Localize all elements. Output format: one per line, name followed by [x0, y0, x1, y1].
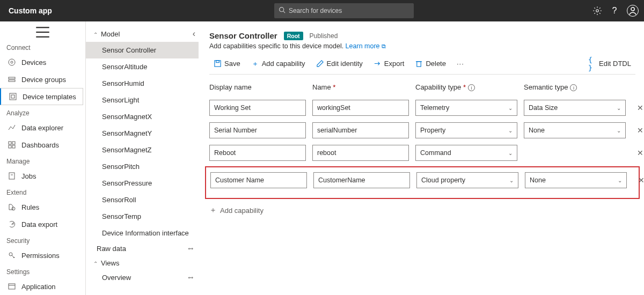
delete-row-button[interactable]: ✕	[633, 176, 644, 185]
published-status: Published	[310, 32, 338, 40]
save-icon	[214, 60, 222, 68]
edit-dtdl-button[interactable]: { }Edit DTDL	[584, 57, 635, 70]
more-button[interactable]: ···	[452, 57, 469, 70]
svg-point-2	[596, 10, 599, 12]
name-input[interactable]	[313, 172, 410, 188]
capability-type-select[interactable]: Telemetry⌄	[415, 100, 517, 116]
main-content: Sensor Controller Root Published Add cap…	[199, 21, 644, 295]
tree-item[interactable]: SensorAltitude	[86, 58, 199, 75]
capability-type-select[interactable]: Cloud property⌄	[416, 172, 518, 188]
name-input[interactable]	[312, 145, 409, 161]
nav-jobs[interactable]: Jobs	[0, 167, 85, 185]
tree-section-views[interactable]: ⌃Views	[86, 256, 199, 270]
nav-data-export[interactable]: Data export	[0, 216, 85, 233]
nav-label: Devices	[21, 58, 46, 67]
tree-item[interactable]: SensorRoll	[86, 191, 199, 208]
svg-point-3	[631, 8, 634, 11]
tree-label: Model	[101, 30, 120, 38]
info-icon[interactable]: i	[468, 84, 475, 91]
nav-label: Permissions	[21, 252, 60, 260]
semantic-type-select[interactable]: Data Size⌄	[524, 100, 626, 116]
tree-overview[interactable]: Overview ⤢	[86, 270, 199, 285]
svg-rect-17	[9, 173, 14, 179]
semantic-type-select[interactable]: None⌄	[525, 172, 627, 188]
learn-more-link[interactable]: Learn more ⧉	[346, 42, 386, 50]
plus-icon: ＋	[209, 205, 217, 215]
capability-type-select[interactable]: Property⌄	[415, 122, 517, 138]
delete-row-button[interactable]: ✕	[632, 104, 644, 112]
edit-identity-button[interactable]: Edit identity	[312, 57, 367, 70]
nav-data-explorer[interactable]: Data explorer	[0, 119, 85, 136]
delete-row-button[interactable]: ✕	[632, 126, 644, 135]
plus-icon: ＋	[251, 60, 259, 68]
nav-rules[interactable]: Rules	[0, 198, 85, 216]
display-name-input[interactable]	[209, 145, 306, 161]
capability-type-select[interactable]: Command⌄	[415, 145, 517, 161]
info-icon[interactable]: i	[570, 84, 577, 91]
svg-rect-10	[9, 80, 15, 82]
tree-item[interactable]: SensorHumid	[86, 75, 199, 92]
display-name-input[interactable]	[209, 122, 306, 138]
display-name-input[interactable]	[210, 172, 307, 188]
tree-item[interactable]: SensorMagnetX	[86, 108, 199, 125]
add-capability-button[interactable]: ＋Add capability	[247, 57, 310, 70]
col-semantic-type: Semantic typei	[524, 83, 626, 91]
svg-rect-11	[10, 93, 16, 100]
delete-button[interactable]: Delete	[411, 57, 450, 70]
tree-item[interactable]: SensorPressure	[86, 175, 199, 191]
display-name-input[interactable]	[209, 100, 306, 116]
name-input[interactable]	[312, 122, 409, 138]
svg-point-0	[280, 8, 284, 12]
tree-item[interactable]: SensorLight	[86, 92, 199, 108]
capability-row: Command⌄✕⌄	[209, 142, 635, 164]
chevron-down-icon: ⌄	[508, 150, 513, 156]
tree-section-model[interactable]: ⌃Model ‹	[86, 26, 199, 42]
nav-permissions[interactable]: Permissions	[0, 247, 85, 264]
application-icon	[8, 282, 16, 291]
external-link-icon: ⧉	[382, 43, 386, 49]
tree-label: Overview	[102, 274, 131, 282]
nav-section-manage: Manage	[0, 153, 85, 167]
tree-item[interactable]: Sensor Controller	[86, 42, 199, 58]
save-button[interactable]: Save	[209, 57, 245, 70]
tree-item[interactable]: SensorPitch	[86, 158, 199, 175]
devices-icon	[8, 58, 16, 67]
highlighted-row-box: Cloud property⌄None⌄✕⌄	[205, 166, 640, 199]
hamburger-icon[interactable]	[0, 25, 85, 40]
settings-icon[interactable]	[592, 6, 602, 16]
capability-row: Property⌄None⌄✕⌄	[209, 119, 635, 142]
delete-row-button[interactable]: ✕	[632, 149, 644, 157]
semantic-type-select[interactable]: None⌄	[524, 122, 626, 138]
svg-rect-25	[417, 62, 421, 67]
account-icon[interactable]	[627, 5, 639, 17]
export-button[interactable]: Export	[369, 57, 409, 70]
tree-raw-data[interactable]: Raw data ⤢	[86, 241, 199, 256]
nav-label: Rules	[21, 203, 39, 211]
nav-application[interactable]: Application	[0, 278, 85, 295]
svg-rect-16	[12, 145, 15, 148]
tree-item[interactable]: SensorMagnetY	[86, 125, 199, 142]
tree-item[interactable]: SensorTemp	[86, 208, 199, 225]
nav-label: Device groups	[21, 76, 66, 84]
nav-dashboards[interactable]: Dashboards	[0, 136, 85, 153]
svg-rect-21	[9, 284, 15, 289]
page-subtitle: Add capabilities specific to this device…	[209, 42, 346, 50]
chevron-down-icon: ⌄	[617, 105, 621, 111]
col-capability-type: Capability typei	[415, 83, 517, 91]
add-capability-row[interactable]: ＋ Add capability	[209, 202, 635, 218]
svg-point-19	[12, 207, 15, 210]
svg-rect-24	[216, 61, 219, 63]
search-box[interactable]	[274, 3, 414, 18]
help-icon[interactable]: ?	[610, 6, 619, 16]
nav-device-templates[interactable]: Device templates	[0, 88, 83, 105]
tree-item[interactable]: Device Information interface	[86, 225, 199, 241]
nav-devices[interactable]: Devices	[0, 54, 85, 71]
back-icon[interactable]: ‹	[193, 29, 195, 39]
nav-device-groups[interactable]: Device groups	[0, 71, 85, 88]
tree-item[interactable]: SensorMagnetZ	[86, 142, 199, 158]
nav-label: Application	[21, 283, 56, 291]
name-input[interactable]	[312, 100, 409, 116]
search-input[interactable]	[289, 7, 409, 14]
expand-icon[interactable]: ⤢	[186, 244, 195, 253]
expand-icon[interactable]: ⤢	[186, 273, 195, 282]
